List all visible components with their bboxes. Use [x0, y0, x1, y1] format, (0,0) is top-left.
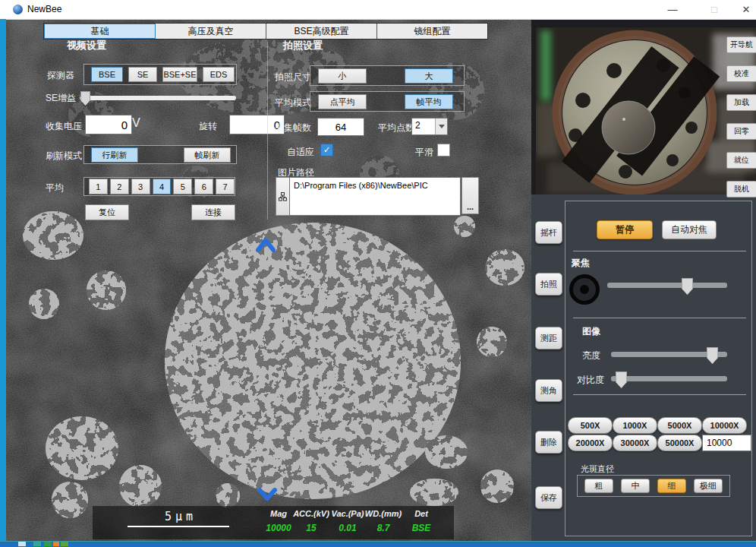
path-tree-button[interactable] [276, 177, 290, 216]
stage-return-zero-button[interactable]: 回零 [726, 123, 756, 140]
taskbar-sliver[interactable] [0, 541, 756, 547]
scale-bar-line [128, 526, 229, 527]
detector-bse-button[interactable]: BSE [91, 67, 123, 82]
browse-path-button[interactable]: ... [461, 177, 479, 214]
detector-label: 探测器 [47, 69, 74, 82]
brightness-label: 亮度 [582, 349, 600, 362]
save-button[interactable]: 保存 [535, 486, 562, 509]
average-1-button[interactable]: 1 [89, 179, 108, 194]
maximize-button[interactable]: □ [697, 0, 732, 19]
desktop-edge-strip [0, 19, 6, 547]
spot-coarse-button[interactable]: 粗 [584, 479, 613, 493]
reset-button[interactable]: 复位 [85, 204, 129, 220]
size-large-button[interactable]: 大 [405, 68, 453, 84]
spot-diameter-group: 粗 中 细 极细 [577, 475, 730, 497]
video-settings-title: 视频设置 [67, 39, 106, 52]
taskbar-app-icon-teal[interactable] [33, 542, 41, 546]
refresh-frame-button[interactable]: 帧刷新 [184, 147, 231, 163]
taskbar-app-icon-green[interactable] [44, 542, 52, 546]
minimize-button[interactable]: — [655, 0, 690, 19]
scan-up-chevron-icon [255, 236, 276, 253]
panel-divider-1 [573, 251, 746, 251]
mag-500x-button[interactable]: 500X [568, 417, 613, 434]
spot-diameter-label: 光斑直径 [581, 463, 614, 475]
image-path-input[interactable]: D:\Program Files (x86)\NewBee\PIC [289, 177, 461, 216]
measure-distance-button[interactable]: 测距 [535, 327, 562, 349]
refresh-line-button[interactable]: 行刷新 [91, 147, 138, 163]
measure-angle-button[interactable]: 测角 [535, 379, 562, 402]
pause-button[interactable]: 暂停 [597, 220, 653, 239]
stage-load-button[interactable]: 加载 [726, 94, 756, 111]
average-3-button[interactable]: 3 [131, 179, 150, 194]
tab-lens-config[interactable]: 镜组配置 [377, 24, 487, 39]
connect-button[interactable]: 连接 [191, 204, 235, 220]
collect-voltage-input[interactable]: 0 [85, 115, 132, 134]
refresh-mode-group: 行刷新 帧刷新 [83, 145, 237, 164]
average-points-dropdown[interactable]: 2 [411, 118, 448, 135]
average-group: 1 2 3 4 5 6 7 [83, 177, 235, 196]
mag-5000x-button[interactable]: 5000X [657, 417, 702, 434]
panel-divider-3 [573, 394, 746, 395]
stage-start-navigation-button[interactable]: 开导航 [726, 36, 756, 53]
tab-hv-vacuum[interactable]: 高压及真空 [156, 24, 266, 39]
mag-10000x-button[interactable]: 10000X [702, 417, 747, 434]
close-button[interactable]: ✕ [729, 0, 756, 19]
mag-1000x-button[interactable]: 1000X [613, 417, 657, 434]
average-2-button[interactable]: 2 [110, 179, 129, 194]
average-mode-label: 平均模式 [275, 96, 311, 109]
scan-down-chevron-icon [257, 488, 278, 503]
dropdown-arrow-button[interactable] [435, 119, 447, 134]
spot-medium-button[interactable]: 中 [621, 479, 650, 493]
frames-count-input[interactable]: 64 [317, 118, 364, 136]
voltage-unit-label: V [132, 116, 140, 130]
delete-button[interactable]: 删除 [535, 431, 562, 454]
average-label: 平均 [46, 182, 64, 194]
mag-20000x-button[interactable]: 20000X [568, 435, 613, 451]
mag-30000x-button[interactable]: 30000X [613, 435, 657, 451]
mode-frame-average-button[interactable]: 帧平均 [405, 94, 453, 109]
detector-bse-se-button[interactable]: BSE+SE [162, 67, 197, 82]
mag-50000x-button[interactable]: 50000X [657, 435, 702, 451]
size-small-button[interactable]: 小 [318, 68, 367, 84]
smooth-checkbox[interactable] [437, 144, 450, 157]
adaptive-checkbox[interactable]: ✓ [320, 144, 333, 157]
tab-basic[interactable]: 基础 [44, 24, 156, 39]
spot-fine-button[interactable]: 细 [657, 479, 686, 493]
status-det-label: Det [398, 509, 444, 518]
window-title: NewBee [27, 4, 61, 14]
detector-se-button[interactable]: SE [128, 67, 157, 82]
detector-group: BSE SE BSE+SE EDS [83, 64, 237, 85]
focus-label: 聚焦 [572, 257, 590, 270]
average-4-button[interactable]: 4 [153, 179, 172, 194]
autofocus-button[interactable]: 自动对焦 [662, 220, 717, 239]
mode-point-average-button[interactable]: 点平均 [318, 94, 367, 109]
stage-in-position-button[interactable]: 就位 [726, 152, 756, 169]
rotation-label: 旋转 [199, 120, 217, 133]
contrast-label: 对比度 [577, 374, 604, 387]
taskbar-window-icon[interactable] [18, 542, 26, 546]
magnification-input[interactable]: 10000 [702, 435, 751, 451]
path-tree-icon [279, 192, 287, 201]
photo-size-label: 拍照尺寸 [275, 71, 311, 84]
focus-knob[interactable] [569, 274, 600, 305]
window-title-bar[interactable] [0, 0, 756, 20]
taskbar-app-icon-orange[interactable] [53, 542, 59, 546]
average-7-button[interactable]: 7 [216, 179, 235, 194]
spot-ultrafine-button[interactable]: 极细 [694, 479, 723, 493]
tab-bse-advanced[interactable]: BSE高级配置 [266, 24, 377, 39]
scale-bar-text: 5μm [165, 510, 197, 523]
frames-count-label: 采集帧数 [275, 122, 311, 134]
contrast-slider-track[interactable] [611, 376, 727, 381]
average-6-button[interactable]: 6 [194, 179, 213, 194]
refresh-mode-label: 刷新模式 [46, 150, 82, 163]
stage-offline-button[interactable]: 脱机 [726, 181, 756, 198]
se-gain-slider-track[interactable] [80, 96, 236, 100]
focus-slider-track[interactable] [607, 283, 727, 288]
capture-photo-button[interactable]: 拍照 [535, 273, 562, 296]
average-mode-group: 点平均 帧平均 [310, 91, 465, 112]
joystick-button[interactable]: 摇杆 [535, 221, 562, 244]
average-5-button[interactable]: 5 [173, 179, 192, 194]
stage-calibrate-button[interactable]: 校准 [726, 65, 756, 82]
detector-eds-button[interactable]: EDS [203, 67, 235, 82]
taskbar-app-icon-green-2[interactable] [61, 542, 68, 546]
